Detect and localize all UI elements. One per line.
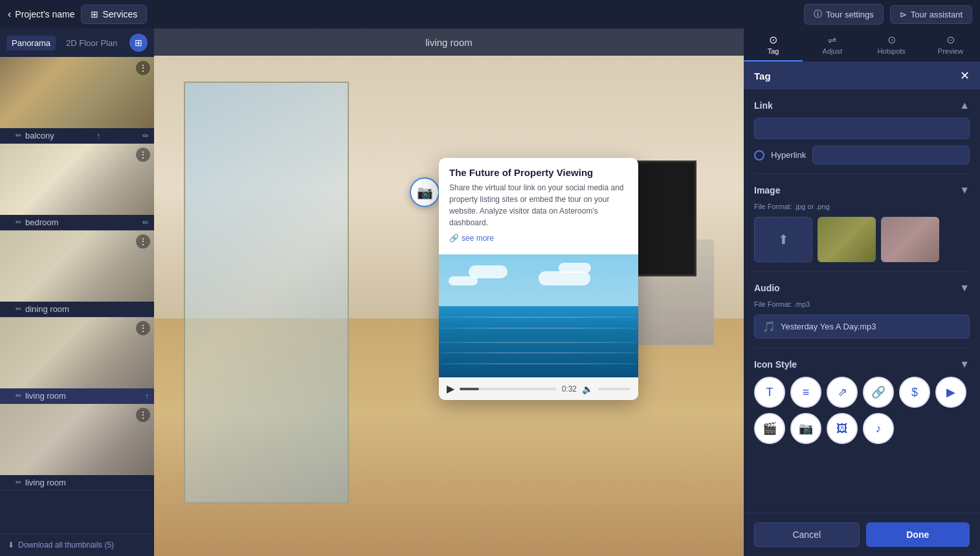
cursor-icon: ⊳	[900, 10, 907, 19]
volume-bar[interactable]	[598, 388, 630, 390]
list-item[interactable]: ⋮ ✏ living room ↑	[0, 317, 154, 404]
preview-tab-icon: ⊙	[946, 34, 955, 46]
room-label: ✏ balcony ↑ ✏	[0, 128, 154, 143]
audio-file-name: Yesterday Yes A Day.mp3	[781, 322, 876, 331]
tab-tag[interactable]: ⊙ Tag	[744, 28, 803, 61]
panel-content: Link ▲ Hyperlink Image ▼ File Format: .j…	[744, 89, 980, 513]
room-more-button[interactable]: ⋮	[136, 61, 150, 75]
room-name: dining room	[25, 304, 69, 314]
panel-titlebar: Tag ✕	[744, 62, 980, 89]
icon-gallery-button[interactable]: 🖼	[827, 413, 858, 444]
services-button[interactable]: ⊞ Services	[81, 5, 147, 24]
camera-icon: 📷	[799, 421, 813, 436]
music-icon: ♪	[876, 422, 882, 436]
room-more-button[interactable]: ⋮	[136, 321, 150, 335]
icon-camera-button[interactable]: 📷	[790, 413, 821, 444]
room-thumbnail	[0, 230, 154, 302]
play-button[interactable]: ▶	[447, 383, 454, 395]
room-list: ⋮ ✏ balcony ↑ ✏ ⋮ ✏ bedroom ✏	[0, 57, 154, 533]
icon-text-button[interactable]: T	[754, 377, 785, 408]
video-water	[439, 306, 638, 377]
camera-tag-icon[interactable]: 📷	[410, 177, 440, 207]
edit-icon: ✏	[16, 392, 21, 400]
progress-fill	[460, 388, 479, 390]
image-format-label: File Format: .jpg or .png	[754, 203, 970, 210]
wave-5	[439, 363, 638, 364]
view-tabs: Panorama 2D Floor Plan ⊞	[0, 28, 154, 57]
wave-2	[439, 328, 638, 329]
room-more-button[interactable]: ⋮	[136, 148, 150, 162]
list-item[interactable]: ⋮ ✏ bedroom ✏	[0, 144, 154, 230]
room-more-button[interactable]: ⋮	[136, 234, 150, 249]
time-label: 0:32	[562, 384, 577, 394]
image-upload-box[interactable]: ⬆	[754, 217, 812, 262]
tab-floor-plan[interactable]: 2D Floor Plan	[61, 36, 122, 50]
cancel-button[interactable]: Cancel	[754, 522, 860, 547]
download-label: Download all thumbnails (5)	[18, 540, 114, 550]
icon-music-button[interactable]: ♪	[863, 413, 894, 444]
audio-section-header: Audio ▼	[754, 282, 970, 294]
share-icon: ⇗	[838, 385, 847, 399]
grid-icon[interactable]: ⊞	[129, 34, 148, 52]
audio-section-arrow: ▼	[959, 282, 970, 294]
divider-3	[754, 348, 970, 348]
list-item[interactable]: ⋮ ✏ living room	[0, 404, 154, 491]
edit-icon: ✏	[16, 218, 21, 227]
list-item[interactable]: ⋮ ✏ balcony ↑ ✏	[0, 57, 154, 144]
divider-1	[754, 173, 970, 174]
image-section: Image ▼ File Format: .jpg or .png ⬆	[754, 184, 970, 262]
text-icon: T	[766, 386, 774, 399]
room-name: bedroom	[25, 217, 58, 227]
main-layout: Panorama 2D Floor Plan ⊞ ⋮ ✏ balcony ↑ ✏…	[0, 28, 980, 556]
tab-adjust[interactable]: ⇌ Adjust	[803, 28, 862, 61]
project-name: Project's name	[15, 9, 74, 19]
icon-style-arrow: ▼	[959, 359, 970, 370]
list-item[interactable]: ⋮ ✏ dining room	[0, 230, 154, 317]
room-thumbnail	[0, 144, 154, 215]
wave-3	[439, 342, 638, 343]
panel-close-button[interactable]: ✕	[960, 69, 970, 83]
progress-bar[interactable]	[460, 388, 557, 390]
icon-list-button[interactable]: ≡	[790, 377, 821, 408]
upload-icon: ↑	[96, 131, 100, 140]
image-thumb-1[interactable]	[818, 217, 876, 262]
services-icon: ⊞	[91, 9, 98, 19]
hotspots-tab-icon: ⊙	[887, 34, 896, 46]
tab-panorama[interactable]: Panorama	[6, 36, 56, 50]
audio-section-title: Audio	[754, 283, 780, 293]
video-sky	[439, 254, 638, 310]
download-bar[interactable]: ⬇ Download all thumbnails (5)	[0, 533, 154, 556]
done-button[interactable]: Done	[866, 522, 970, 547]
tour-settings-button[interactable]: ⓘ Tour settings	[804, 4, 884, 25]
icon-share-button[interactable]: ⇗	[827, 377, 858, 408]
tab-preview[interactable]: ⊙ Preview	[921, 28, 980, 61]
icon-link-button[interactable]: 🔗	[863, 377, 894, 408]
back-button[interactable]: ‹ Project's name	[8, 8, 74, 20]
back-icon: ‹	[8, 8, 11, 20]
video-icon: 🎬	[763, 421, 777, 436]
image-thumb-2[interactable]	[881, 217, 939, 262]
icon-style-header: Icon Style ▼	[754, 359, 970, 370]
image-section-title: Image	[754, 185, 780, 195]
icon-play-button[interactable]: ▶	[935, 377, 966, 408]
panel-tabs: ⊙ Tag ⇌ Adjust ⊙ Hotspots ⊙ Preview	[744, 28, 980, 62]
panorama-area[interactable]: living room 📷 The Future of Property Vie…	[154, 28, 744, 556]
hyperlink-radio[interactable]	[754, 150, 764, 161]
see-more-link[interactable]: 🔗 see more	[449, 234, 628, 243]
room-name: balcony	[25, 131, 54, 140]
tag-popup-header: The Future of Property Viewing Share the…	[439, 158, 638, 254]
hyperlink-input[interactable]	[812, 146, 970, 164]
gallery-icon: 🖼	[836, 422, 848, 436]
tag-popup: The Future of Property Viewing Share the…	[439, 158, 638, 400]
tag-popup-description: Share the virtual tour link on your soci…	[449, 182, 628, 228]
room-label: ✏ living room ↑	[0, 388, 154, 403]
current-room-title: living room	[425, 37, 473, 48]
tab-hotspots[interactable]: ⊙ Hotspots	[862, 28, 921, 61]
dollar-icon: $	[911, 386, 918, 399]
icon-dollar-button[interactable]: $	[899, 377, 930, 408]
room-more-button[interactable]: ⋮	[136, 408, 150, 422]
link-input[interactable]	[754, 118, 970, 139]
icon-video-button[interactable]: 🎬	[754, 413, 785, 444]
tour-assistant-button[interactable]: ⊳ Tour assistant	[890, 5, 972, 24]
edit2-icon: ✏	[142, 218, 149, 227]
